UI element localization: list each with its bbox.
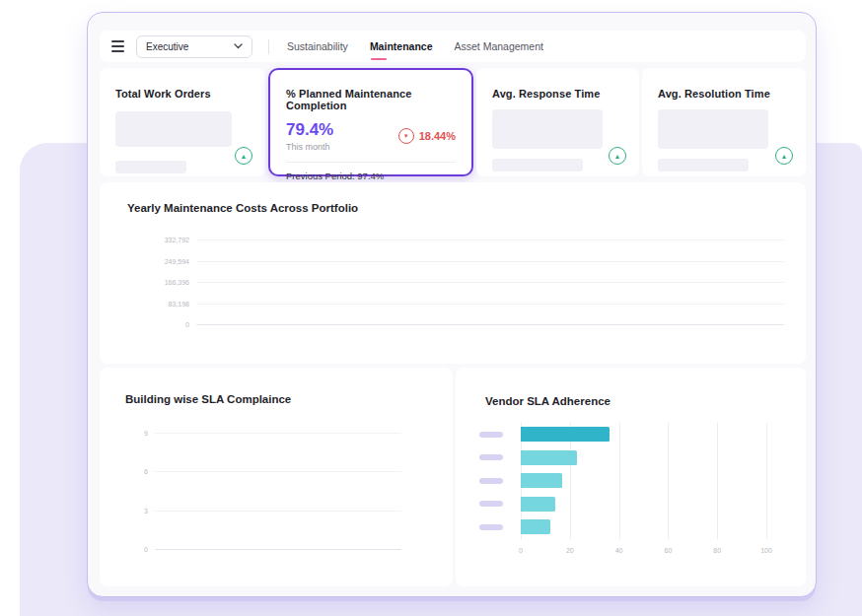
- gridline: [155, 471, 401, 472]
- y-axis-tick-label: 0: [185, 321, 196, 328]
- bar-row: [479, 423, 766, 446]
- kpi-card-planned-maintenance-selected[interactable]: % Planned Maintenance Completion 79.4% T…: [268, 68, 473, 176]
- x-axis-tick-label: 20: [566, 547, 574, 554]
- kpi-delta-badge: ▼ 18.44%: [398, 128, 456, 144]
- kpi-previous-period: Previous Period: 97.4%: [286, 171, 456, 181]
- y-axis-tick-label: 83,198: [169, 300, 196, 307]
- x-axis-tick-label: 80: [713, 547, 721, 554]
- bar[interactable]: [521, 519, 550, 534]
- bar[interactable]: [521, 427, 610, 442]
- skeleton-category-label: [479, 432, 503, 438]
- skeleton-label-placeholder: [115, 161, 186, 173]
- gridline: [155, 549, 401, 550]
- bar-track: [521, 519, 766, 534]
- vendor-sla-card: Vendor SLA Adherence 020406080100: [456, 368, 806, 586]
- kpi-delta-value: 18.44%: [419, 130, 456, 142]
- skeleton-category-label: [479, 501, 503, 507]
- chevron-down-icon: [234, 43, 243, 49]
- chart-title: Vendor SLA Adherence: [456, 368, 806, 407]
- gridline: [196, 261, 784, 262]
- bar-rows: [479, 423, 766, 539]
- kpi-title: % Planned Maintenance Completion: [286, 88, 456, 111]
- plot-area: 9630: [155, 433, 401, 549]
- y-axis-tick-label: 6: [144, 468, 155, 475]
- plot-area: 332,792249,594166,39683,1980: [196, 240, 784, 324]
- kpi-title: Avg. Response Time: [492, 88, 623, 100]
- bar-track: [521, 497, 766, 512]
- kpi-card-avg-response-time[interactable]: Avg. Response Time ▲: [476, 68, 639, 176]
- vendor-sla-chart: 020406080100: [479, 423, 766, 565]
- trend-up-icon: ▲: [775, 147, 793, 165]
- card-divider: [286, 162, 456, 163]
- skeleton-category-label: [479, 524, 503, 530]
- kpi-card-total-work-orders[interactable]: Total Work Orders ▲: [100, 68, 265, 176]
- trend-up-icon: ▲: [235, 147, 252, 165]
- x-axis-tick-label: 0: [519, 547, 523, 554]
- x-axis-tick-label: 60: [664, 547, 672, 554]
- gridline: [196, 282, 784, 283]
- yearly-maintenance-costs-chart: 332,792249,594166,39683,1980: [139, 234, 784, 338]
- gridline: [196, 304, 784, 305]
- skeleton-value-placeholder: [658, 109, 768, 149]
- topbar: Executive Sustainability Maintenance Ass…: [100, 31, 806, 62]
- kpi-value: 79.4%: [286, 120, 333, 140]
- gridline: [196, 324, 784, 325]
- tab-bar: Sustainability Maintenance Asset Managem…: [287, 36, 543, 56]
- gridline: [155, 433, 401, 434]
- role-selector-value: Executive: [146, 41, 188, 52]
- kpi-title: Avg. Resolution Time: [658, 88, 790, 100]
- skeleton-value-placeholder: [115, 111, 232, 147]
- skeleton-label-placeholder: [658, 159, 749, 171]
- kpi-title: Total Work Orders: [115, 88, 250, 100]
- gridline: [196, 240, 784, 240]
- building-sla-chart: 9630: [147, 425, 401, 561]
- bar-track: [521, 427, 766, 442]
- y-axis-tick-label: 3: [144, 507, 155, 513]
- kpi-value-row: 79.4% This month ▼ 18.44%: [286, 120, 456, 152]
- bar-row: [479, 446, 766, 470]
- dashboard-window: Executive Sustainability Maintenance Ass…: [87, 12, 817, 597]
- bar-row: [479, 493, 766, 516]
- role-selector-dropdown[interactable]: Executive: [136, 35, 252, 58]
- menu-icon[interactable]: [111, 40, 124, 52]
- gridline: [766, 423, 767, 539]
- kpi-row: Total Work Orders ▲ % Planned Maintenanc…: [100, 68, 806, 176]
- arrow-down-icon: ▼: [398, 128, 414, 144]
- trend-up-icon: ▲: [609, 147, 626, 165]
- x-axis-tick-label: 40: [615, 547, 623, 554]
- bar-row: [479, 515, 766, 539]
- y-axis-tick-label: 0: [144, 546, 155, 553]
- bar[interactable]: [521, 473, 562, 488]
- bar-row: [479, 469, 766, 493]
- topbar-divider: [268, 39, 269, 54]
- chart-title: Building wise SLA Complaince: [100, 368, 453, 405]
- kpi-card-avg-resolution-time[interactable]: Avg. Resolution Time ▲: [642, 68, 806, 176]
- skeleton-label-placeholder: [492, 159, 583, 171]
- x-axis-tick-label: 100: [760, 547, 772, 554]
- x-axis-labels: 020406080100: [521, 547, 766, 557]
- yearly-maintenance-costs-card: Yearly Maintenance Costs Across Portfoli…: [100, 182, 806, 364]
- bar[interactable]: [521, 497, 555, 512]
- tab-asset-management[interactable]: Asset Management: [454, 36, 542, 56]
- tab-maintenance[interactable]: Maintenance: [370, 36, 433, 56]
- building-sla-card: Building wise SLA Complaince 9630: [100, 368, 453, 586]
- y-axis-tick-label: 166,396: [165, 279, 196, 286]
- bar[interactable]: [521, 450, 577, 465]
- skeleton-category-label: [479, 478, 503, 484]
- skeleton-category-label: [479, 454, 503, 460]
- bar-track: [521, 473, 766, 488]
- kpi-period-label: This month: [286, 142, 333, 152]
- tab-sustainability[interactable]: Sustainability: [287, 36, 348, 56]
- y-axis-tick-label: 249,594: [165, 257, 196, 264]
- y-axis-tick-label: 332,792: [165, 237, 196, 243]
- bottom-chart-row: Building wise SLA Complaince 9630 Vendor…: [100, 368, 806, 586]
- chart-title: Yearly Maintenance Costs Across Portfoli…: [100, 182, 806, 214]
- bar-track: [521, 450, 766, 465]
- y-axis-tick-label: 9: [144, 430, 155, 437]
- skeleton-value-placeholder: [492, 109, 603, 149]
- gridline: [155, 511, 401, 512]
